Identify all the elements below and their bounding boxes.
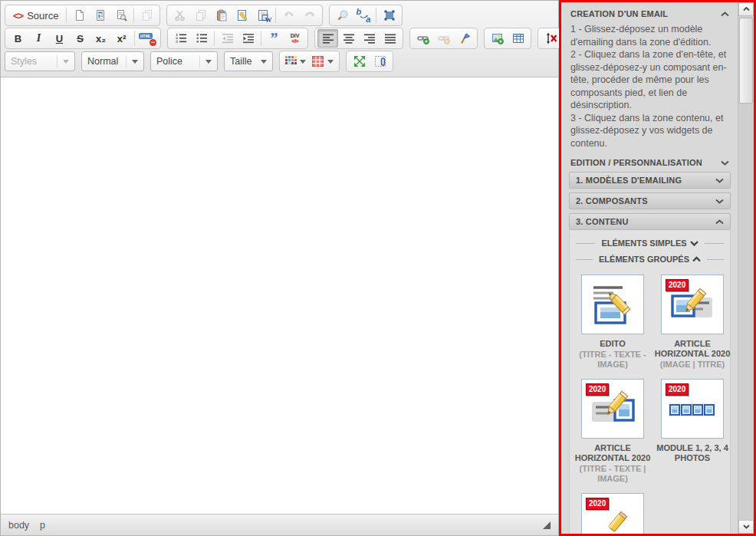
strikethrough-button[interactable]: S bbox=[70, 29, 90, 48]
font-combo[interactable]: Police bbox=[150, 51, 218, 71]
bg-color-icon bbox=[312, 56, 324, 67]
justify-right-button[interactable] bbox=[359, 29, 380, 48]
widget-subtitle: (TITRE - TEXTE | IMAGE) bbox=[573, 464, 652, 484]
source-button[interactable]: <> Source bbox=[8, 6, 64, 25]
undo-button[interactable] bbox=[278, 6, 299, 25]
source-icon: <> bbox=[13, 10, 23, 21]
separator bbox=[214, 31, 215, 46]
create-div-button[interactable]: DIV </> bbox=[284, 29, 305, 48]
scroll-down-button[interactable] bbox=[738, 520, 754, 534]
justify-center-button[interactable] bbox=[338, 29, 359, 48]
new-page-button[interactable] bbox=[69, 6, 90, 25]
group-document: <> Source bbox=[5, 5, 160, 26]
panel-content: CREATION D'UN EMAIL 1 - Glissez-déposez … bbox=[561, 2, 738, 534]
show-blocks-button[interactable] bbox=[370, 52, 390, 71]
maximize-icon bbox=[353, 55, 366, 67]
underline-button[interactable]: U bbox=[49, 29, 70, 48]
justify-left-button[interactable] bbox=[317, 29, 338, 48]
panel-scrollbar[interactable] bbox=[738, 2, 754, 534]
widget-edito[interactable]: EDITO (TITRE - TEXTE - IMAGE) bbox=[573, 275, 652, 370]
badge-2020: 2020 bbox=[586, 498, 609, 510]
separator bbox=[66, 8, 67, 23]
templates-button[interactable] bbox=[90, 6, 110, 25]
copies-button[interactable] bbox=[136, 6, 157, 25]
image-button[interactable] bbox=[487, 29, 508, 48]
group-find: b a bbox=[329, 5, 403, 26]
scroll-track[interactable] bbox=[738, 16, 754, 520]
widget-name: ARTICLE HORIZONTAL 2020 bbox=[573, 443, 652, 463]
unlink-button[interactable] bbox=[433, 29, 454, 48]
widget-article-horizontal-image-titre[interactable]: 2020 bbox=[652, 275, 732, 370]
numbered-list-button[interactable] bbox=[170, 29, 191, 48]
find-button[interactable] bbox=[332, 6, 353, 25]
section-creation-header[interactable]: CREATION D'UN EMAIL bbox=[569, 8, 731, 19]
anchor-button[interactable] bbox=[454, 29, 475, 48]
section-edition-header[interactable]: EDITION / PERSONNALISATION bbox=[569, 157, 731, 168]
link-button[interactable] bbox=[413, 29, 433, 48]
accordion-label: 1. MODÈLES D'EMAILING bbox=[576, 176, 682, 185]
chevron-down-icon bbox=[300, 60, 306, 64]
paste-button[interactable] bbox=[211, 6, 232, 25]
remove-spacing-icon bbox=[545, 32, 557, 44]
format-combo[interactable]: Normal bbox=[81, 51, 144, 71]
widget-thumbnail bbox=[581, 275, 644, 334]
bold-button[interactable]: B bbox=[8, 29, 28, 48]
combo-divider bbox=[126, 55, 127, 67]
table-button[interactable] bbox=[508, 29, 528, 48]
maximize-button[interactable] bbox=[349, 52, 370, 71]
paste-word-button[interactable]: W bbox=[252, 6, 273, 25]
creation-instructions: 1 - Glissez-déposez un modèle d'emailing… bbox=[570, 23, 729, 150]
chevron-down-icon bbox=[721, 160, 729, 166]
bulleted-list-button[interactable] bbox=[191, 29, 212, 48]
size-combo[interactable]: Taille bbox=[224, 51, 273, 71]
paste-text-button[interactable] bbox=[232, 6, 252, 25]
scroll-thumb[interactable] bbox=[739, 18, 753, 104]
bulleted-list-icon bbox=[196, 32, 208, 44]
anchor-flag-icon bbox=[459, 32, 471, 44]
badge-2020: 2020 bbox=[666, 279, 689, 291]
subsection-elements-groupes[interactable]: ELÉMENTS GROUPÉS bbox=[576, 255, 724, 264]
blockquote-button[interactable]: ” bbox=[264, 29, 284, 48]
widget-partial[interactable]: 2020 bbox=[573, 493, 652, 534]
email-editor-app: <> Source bbox=[0, 0, 756, 536]
accordion-modeles-emailing[interactable]: 1. MODÈLES D'EMAILING bbox=[569, 172, 731, 189]
select-all-button[interactable] bbox=[379, 6, 399, 25]
separator bbox=[134, 31, 135, 46]
show-blocks-icon bbox=[374, 55, 386, 67]
redo-button[interactable] bbox=[299, 6, 320, 25]
chevron-down-icon bbox=[743, 524, 750, 529]
widget-article-horizontal-titre-texte[interactable]: 2020 bbox=[573, 379, 652, 484]
justify-block-button[interactable] bbox=[380, 29, 400, 48]
size-combo-label: Taille bbox=[230, 56, 252, 67]
editor-resize-handle[interactable] bbox=[543, 521, 551, 529]
subsection-elements-simples[interactable]: ELÉMENTS SIMPLES bbox=[576, 238, 724, 248]
path-body[interactable]: body bbox=[8, 520, 29, 531]
text-color-button[interactable] bbox=[282, 52, 309, 71]
accordion-composants[interactable]: 2. COMPOSANTS bbox=[569, 192, 731, 209]
remove-format-button[interactable]: HTML − bbox=[137, 29, 158, 48]
cut-button[interactable] bbox=[169, 6, 190, 25]
subscript-button[interactable]: x₂ bbox=[90, 29, 111, 48]
accordion-contenu[interactable]: 3. CONTENU bbox=[569, 213, 731, 230]
superscript-button[interactable]: x² bbox=[111, 29, 132, 48]
replace-button[interactable]: b a bbox=[353, 6, 373, 25]
chevron-up-icon bbox=[715, 219, 724, 225]
preview-button[interactable] bbox=[110, 6, 131, 25]
remove-spacing-button[interactable] bbox=[541, 29, 561, 48]
styles-combo[interactable]: Styles bbox=[5, 51, 75, 71]
widget-name: EDITO bbox=[600, 339, 625, 349]
italic-button[interactable]: I bbox=[28, 29, 49, 48]
group-basicstyles: B I U S x₂ x² HTML − bbox=[5, 28, 161, 49]
table-icon bbox=[512, 32, 524, 44]
font-combo-label: Police bbox=[156, 56, 182, 67]
path-p[interactable]: p bbox=[40, 520, 45, 531]
editing-area[interactable] bbox=[1, 77, 558, 514]
outdent-button[interactable] bbox=[217, 29, 238, 48]
bg-color-button[interactable] bbox=[309, 52, 337, 71]
scroll-up-button[interactable] bbox=[738, 2, 754, 16]
copy-button[interactable] bbox=[190, 6, 211, 25]
copies-icon bbox=[141, 9, 153, 21]
text-color-icon bbox=[285, 56, 297, 67]
indent-button[interactable] bbox=[238, 29, 258, 48]
widget-module-photos[interactable]: 2020 bbox=[652, 379, 732, 484]
